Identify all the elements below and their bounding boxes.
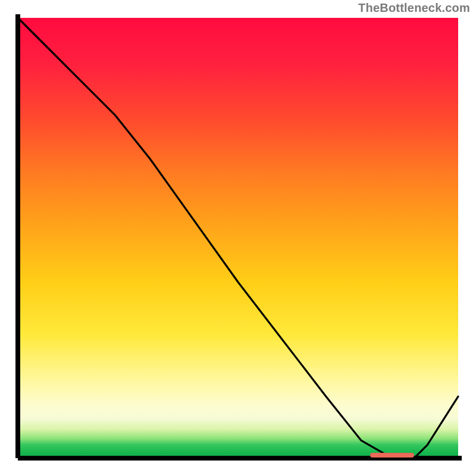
chart-container: TheBottleneck.com xyxy=(0,0,476,476)
highlight-marker xyxy=(370,453,414,458)
curve-line xyxy=(14,14,462,462)
plot-area xyxy=(14,14,462,462)
watermark-text: TheBottleneck.com xyxy=(358,1,470,15)
